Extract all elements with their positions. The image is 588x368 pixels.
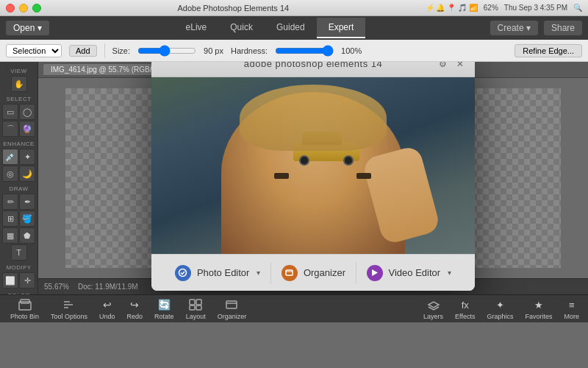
close-button[interactable]	[6, 4, 15, 13]
text-tool[interactable]: T	[11, 244, 27, 261]
favorites-icon: ★	[531, 297, 546, 312]
window-controls	[6, 4, 41, 13]
marquee-rect-tool[interactable]: ▭	[2, 104, 18, 120]
modify-label: MODIFY	[1, 264, 36, 271]
footer-photo-editor[interactable]: Photo Editor ▾	[168, 262, 268, 284]
effects-button[interactable]: fx Effects	[452, 296, 478, 322]
file-tab[interactable]: IMG_4614.jpg @ 55.7% (RGB/8 *	[43, 63, 169, 76]
dialog-close-button[interactable]: ✕	[454, 62, 466, 70]
create-button[interactable]: Create ▾	[490, 21, 538, 35]
tab-expert[interactable]: Expert	[317, 18, 366, 38]
layout-icon	[188, 297, 203, 312]
add-button[interactable]: Add	[69, 45, 97, 57]
custom-shape-tool[interactable]: ⬟	[19, 227, 35, 244]
redo-label: Redo	[127, 313, 143, 320]
more-button[interactable]: ≡ More	[561, 296, 582, 322]
footer-organizer[interactable]: Organizer	[274, 262, 353, 284]
photo-eye-left	[274, 173, 289, 179]
dialog-image	[151, 77, 475, 254]
tab-quick[interactable]: Quick	[218, 18, 265, 38]
rotate-button[interactable]: 🔄 Rotate	[150, 296, 179, 322]
effects-label: Effects	[455, 313, 475, 320]
minimize-button[interactable]	[19, 4, 28, 13]
paint-bucket-tool[interactable]: 🪣	[19, 210, 35, 227]
tool-options-icon	[62, 297, 76, 312]
spot-healing-tool[interactable]: ✦	[19, 149, 35, 165]
tool-options-button[interactable]: Tool Options	[46, 296, 92, 322]
crop-tool[interactable]: ⬜	[2, 272, 18, 289]
gradient-tool[interactable]: ▦	[2, 227, 18, 244]
enhance-label: ENHANCE	[1, 141, 36, 147]
graphics-icon: ✦	[492, 297, 507, 312]
dodge-tool[interactable]: 🌙	[19, 166, 35, 182]
favorites-label: Favorites	[525, 313, 552, 320]
bottom-toolbar: Photo Bin Tool Options ↩ Undo ↪ Redo 🔄 R…	[0, 294, 588, 322]
eyedropper-tool[interactable]: 💉	[2, 149, 18, 165]
brush-tool[interactable]: ✏	[2, 194, 18, 210]
dialog-title: adobe photoshop elements 14	[190, 62, 437, 69]
photo-car-wheel-rear	[343, 155, 354, 166]
dialog-title-bar: adobe photoshop elements 14 ⚙ ✕	[151, 62, 475, 77]
zoom-level: 55.67%	[44, 283, 69, 291]
photo-bin-label: Photo Bin	[10, 313, 39, 320]
photo-editor-dropdown-icon: ▾	[257, 269, 260, 277]
tool-options-label: Tool Options	[51, 313, 87, 320]
left-toolbar: VIEW ✋ SELECT ▭ ◯ ⌒ 🔮 ENHANCE 💉 ✦ ◎ 🌙 DR…	[0, 62, 38, 294]
divider	[104, 43, 105, 58]
graphics-button[interactable]: ✦ Graphics	[484, 296, 516, 322]
tab-guided[interactable]: Guided	[265, 18, 317, 38]
svg-rect-8	[196, 305, 201, 310]
menu-icons: ⚡ 🔔 📍 🎵 📶	[426, 4, 478, 12]
blur-tool[interactable]: ◎	[2, 166, 18, 182]
footer-video-editor[interactable]: Video Editor ▾	[359, 262, 459, 284]
dialog-gear-icon[interactable]: ⚙	[437, 62, 448, 70]
share-button[interactable]: Share	[544, 21, 582, 35]
organizer-label: Organizer	[304, 267, 345, 278]
redo-button[interactable]: ↪ Redo	[123, 296, 148, 322]
photo-car-wheel-front	[299, 155, 309, 166]
video-editor-icon	[367, 265, 383, 281]
footer-divider-2	[356, 262, 356, 284]
bottom-left-tools: Photo Bin Tool Options ↩ Undo ↪ Redo 🔄 R…	[6, 296, 251, 322]
organizer-bottom-button[interactable]: Organizer	[213, 296, 251, 322]
clone-tool[interactable]: ⊞	[2, 210, 18, 227]
window-title: Adobe Photoshop Elements 14	[41, 4, 426, 13]
open-button[interactable]: Open ▾	[6, 21, 49, 35]
maximize-button[interactable]	[32, 4, 41, 13]
undo-button[interactable]: ↩ Undo	[95, 296, 120, 322]
selection-mode-select[interactable]: Selection	[6, 44, 62, 57]
graphics-label: Graphics	[487, 313, 513, 320]
hand-tool[interactable]: ✋	[11, 76, 27, 92]
size-value: 90 px	[204, 46, 223, 55]
search-icon[interactable]: 🔍	[573, 4, 582, 12]
more-label: More	[564, 313, 579, 320]
open-dropdown-icon: ▾	[37, 23, 42, 33]
hardness-slider[interactable]	[275, 45, 334, 57]
more-icon: ≡	[564, 297, 579, 312]
canvas-area: IMG_4614.jpg @ 55.7% (RGB/8 * 55.67% Doc…	[38, 62, 588, 294]
mode-tabs: eLive Quick Guided Expert	[174, 18, 366, 38]
svg-rect-7	[190, 305, 195, 310]
welcome-dialog[interactable]: adobe photoshop elements 14 ⚙ ✕	[151, 62, 475, 291]
redo-icon: ↪	[127, 297, 142, 312]
layers-button[interactable]: Layers	[420, 296, 446, 322]
photo-bin-button[interactable]: Photo Bin	[6, 296, 43, 322]
photo-bin-icon	[18, 297, 32, 312]
photo-editor-icon	[175, 265, 191, 281]
svg-marker-2	[372, 269, 378, 276]
marquee-ellipse-tool[interactable]: ◯	[19, 104, 35, 120]
layout-label: Layout	[186, 313, 206, 320]
layout-button[interactable]: Layout	[182, 296, 210, 322]
workspace: VIEW ✋ SELECT ▭ ◯ ⌒ 🔮 ENHANCE 💉 ✦ ◎ 🌙 DR…	[0, 62, 588, 294]
size-slider[interactable]	[137, 45, 196, 57]
hardness-value: 100%	[341, 46, 362, 55]
undo-icon: ↩	[100, 297, 115, 312]
lasso-tool[interactable]: ⌒	[2, 121, 18, 137]
rotate-label: Rotate	[154, 313, 174, 320]
move-tool[interactable]: ✛	[19, 272, 35, 289]
magic-wand-tool[interactable]: 🔮	[19, 121, 35, 137]
tab-elive[interactable]: eLive	[174, 18, 219, 38]
favorites-button[interactable]: ★ Favorites	[522, 296, 555, 322]
refine-edge-button[interactable]: Refine Edge...	[514, 44, 582, 57]
pencil-tool[interactable]: ✒	[19, 194, 35, 210]
